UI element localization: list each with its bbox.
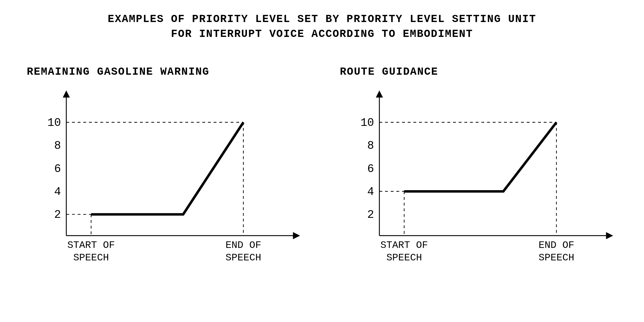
chart-svg-route: 2 4 6 8 10 START OF SPEECH END OF SPEECH <box>337 87 620 271</box>
title-line-1: EXAMPLES OF PRIORITY LEVEL SET BY PRIORI… <box>12 12 632 27</box>
y-tick-2: 2 <box>367 208 374 221</box>
x-start-label-2: SPEECH <box>73 252 109 263</box>
x-end-label-2: SPEECH <box>226 252 261 263</box>
data-line-route <box>404 122 557 191</box>
data-line-gasoline <box>91 122 243 214</box>
title-line-2: FOR INTERRUPT VOICE ACCORDING TO EMBODIM… <box>12 27 632 42</box>
page-title: EXAMPLES OF PRIORITY LEVEL SET BY PRIORI… <box>12 12 632 42</box>
y-tick-6: 6 <box>54 162 61 175</box>
y-tick-2: 2 <box>54 208 61 221</box>
chart-gasoline: REMAINING GASOLINE WARNING 2 4 6 8 10 <box>24 66 307 273</box>
y-tick-6: 6 <box>367 162 374 175</box>
x-end-label-1: END OF <box>539 240 574 251</box>
chart-title-route: ROUTE GUIDANCE <box>337 66 620 78</box>
y-tick-4: 4 <box>54 185 61 198</box>
main-container: EXAMPLES OF PRIORITY LEVEL SET BY PRIORI… <box>12 12 632 273</box>
x-start-label-1: START OF <box>67 240 115 251</box>
x-start-label-2: SPEECH <box>386 252 422 263</box>
x-end-label-2: SPEECH <box>539 252 574 263</box>
chart-route: ROUTE GUIDANCE 2 4 6 8 10 <box>337 66 620 273</box>
chart-title-gasoline: REMAINING GASOLINE WARNING <box>24 66 307 78</box>
y-tick-10: 10 <box>47 116 61 129</box>
y-tick-8: 8 <box>367 139 374 152</box>
y-tick-4: 4 <box>367 185 374 198</box>
charts-row: REMAINING GASOLINE WARNING 2 4 6 8 10 <box>12 66 632 273</box>
chart-svg-gasoline: 2 4 6 8 10 START OF SPEECH END OF <box>24 87 307 271</box>
x-end-label-1: END OF <box>226 240 261 251</box>
y-tick-10: 10 <box>360 116 374 129</box>
y-tick-8: 8 <box>54 139 61 152</box>
x-start-label-1: START OF <box>380 240 428 251</box>
